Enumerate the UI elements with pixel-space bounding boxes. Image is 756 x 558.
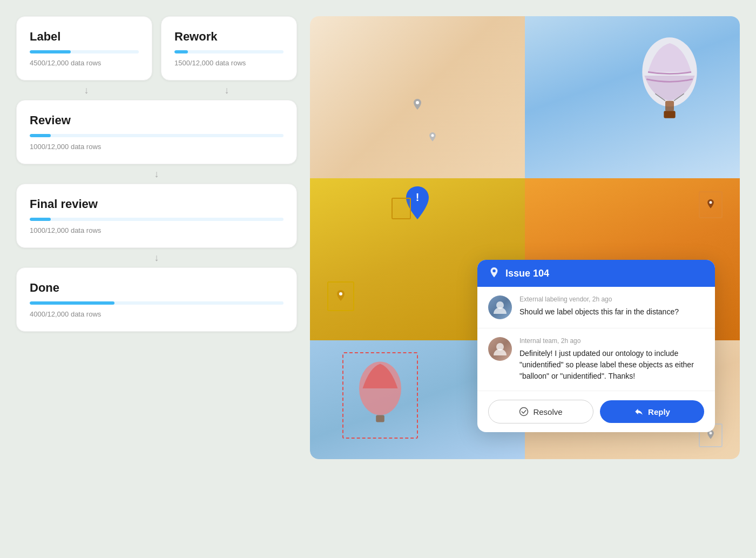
comment-1: External labeling vendor, 2h ago Should …: [477, 287, 715, 328]
issue-pin-icon: [488, 267, 500, 279]
review-data-rows: 1000/12,000 data rows: [30, 143, 284, 151]
reply-icon: [634, 407, 644, 416]
comment-1-content: External labeling vendor, 2h ago Should …: [519, 295, 704, 319]
issue-popup: Issue 104 Extern: [477, 260, 715, 432]
resolve-label: Resolve: [533, 407, 562, 416]
avatar-img-1: [488, 295, 512, 319]
comment-1-text: Should we label objects this far in the …: [519, 306, 704, 318]
review-card: Review 1000/12,000 data rows: [16, 100, 297, 164]
arrow-down-icon-1: ↓: [16, 85, 157, 96]
person-icon-1: [492, 300, 508, 315]
issue-popup-header: Issue 104: [477, 260, 715, 287]
svg-point-17: [520, 408, 528, 416]
rework-progress-bar: [174, 50, 188, 53]
done-data-rows: 4000/12,000 data rows: [30, 310, 284, 318]
issue-title: Issue 104: [505, 268, 549, 279]
review-progress-bar: [30, 134, 51, 137]
pin-icon-orange-1: [706, 199, 715, 210]
check-circle-icon: [519, 407, 529, 416]
rework-card-title: Rework: [174, 30, 284, 44]
reply-label: Reply: [648, 407, 670, 416]
svg-point-9: [710, 201, 712, 204]
balloon-svg-1: [632, 32, 707, 140]
svg-point-0: [416, 101, 419, 104]
middle-arrow-connector: ↓: [16, 164, 297, 184]
svg-point-13: [710, 432, 712, 434]
arrow-down-icon-2: ↓: [157, 85, 297, 96]
rework-card: Rework 1500/12,000 data rows: [161, 16, 297, 80]
comment-2: Internal team, 2h ago Definitely! I just…: [477, 328, 715, 391]
review-progress-bar-container: [30, 134, 284, 137]
svg-point-7: [339, 292, 342, 295]
svg-point-1: [431, 134, 434, 137]
right-panel: !: [310, 16, 740, 459]
label-progress-bar: [30, 50, 71, 53]
pin-icon-1: [413, 99, 422, 112]
avatar-img-2: [488, 337, 512, 361]
done-progress-bar: [30, 301, 114, 305]
resolve-button[interactable]: Resolve: [488, 400, 593, 423]
issue-body: External labeling vendor, 2h ago Should …: [477, 287, 715, 432]
left-panel: Label 4500/12,000 data rows Rework 1500/…: [16, 16, 297, 332]
rework-progress-bar-container: [174, 50, 284, 53]
done-card: Done 4000/12,000 data rows: [16, 267, 297, 332]
pin-icon-2: [428, 132, 437, 143]
done-card-title: Done: [30, 281, 284, 295]
person-icon-2: [492, 341, 508, 357]
arrow-down-icon-4: ↓: [154, 252, 159, 264]
final-review-card-title: Final review: [30, 197, 284, 211]
bounding-box-orange-1: [699, 191, 723, 218]
avatar-2: [488, 337, 512, 361]
top-cards-row: Label 4500/12,000 data rows Rework 1500/…: [16, 16, 297, 80]
balloon-sketch: [343, 353, 417, 438]
label-progress-bar-container: [30, 50, 139, 53]
bottom-arrow-connector: ↓: [16, 248, 297, 267]
reply-button[interactable]: Reply: [600, 400, 704, 423]
main-container: Label 4500/12,000 data rows Rework 1500/…: [16, 16, 740, 542]
svg-text:!: !: [416, 191, 420, 203]
label-card-title: Label: [30, 30, 139, 44]
review-card-title: Review: [30, 113, 284, 127]
final-review-card: Final review 1000/12,000 data rows: [16, 184, 297, 248]
avatar-1: [488, 295, 512, 319]
image-cell-warm-beige: [310, 16, 525, 178]
label-data-rows: 4500/12,000 data rows: [30, 59, 139, 67]
rework-data-rows: 1500/12,000 data rows: [174, 59, 284, 67]
svg-rect-4: [664, 111, 676, 118]
dashed-bounding-box: [342, 352, 418, 439]
final-review-progress-bar-container: [30, 218, 284, 221]
action-row: Resolve Reply: [477, 391, 715, 432]
image-cell-sky-blue: [525, 16, 740, 178]
bounding-box-yellow-2: [392, 198, 411, 219]
label-card: Label 4500/12,000 data rows: [16, 16, 152, 80]
comment-1-meta: External labeling vendor, 2h ago: [519, 295, 704, 303]
svg-rect-3: [665, 101, 674, 111]
comment-2-text: Definitely! I just updated our ontology …: [519, 348, 704, 382]
pin-icon-yellow-1: [336, 290, 346, 303]
comment-2-meta: Internal team, 2h ago: [519, 337, 704, 345]
svg-point-14: [492, 270, 496, 273]
bounding-box-yellow-1: [327, 281, 354, 311]
final-review-data-rows: 1000/12,000 data rows: [30, 226, 284, 234]
svg-rect-11: [376, 415, 384, 422]
done-progress-bar-container: [30, 301, 284, 305]
top-arrow-row: ↓ ↓: [16, 80, 297, 100]
arrow-down-icon-3: ↓: [154, 169, 159, 180]
comment-2-content: Internal team, 2h ago Definitely! I just…: [519, 337, 704, 382]
final-review-progress-bar: [30, 218, 51, 221]
